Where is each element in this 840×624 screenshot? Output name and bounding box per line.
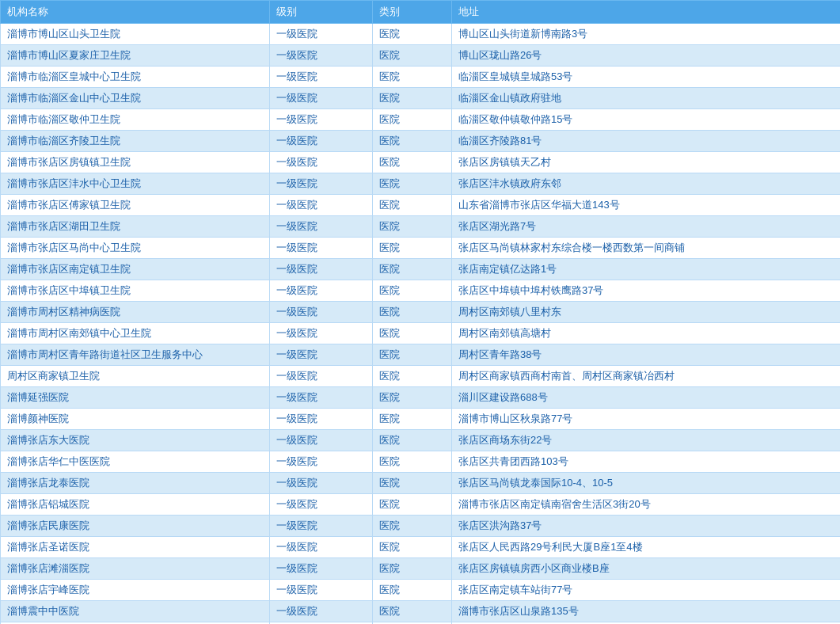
cell-level: 一级医院: [270, 516, 373, 537]
cell-type: 医院: [373, 409, 452, 430]
cell-name: 淄博市周村区青年路街道社区卫生服务中心: [1, 344, 270, 366]
cell-level: 一级医院: [270, 409, 373, 430]
cell-level: 一级医院: [270, 366, 373, 387]
cell-address: 临淄区敬仲镇敬仲路15号: [452, 109, 841, 131]
table-row: 淄博张店东大医院一级医院医院张店区商场东街22号: [1, 430, 841, 451]
table-row: 淄博市张店区湖田卫生院一级医院医院张店区湖光路7号: [1, 216, 841, 238]
cell-level: 一级医院: [270, 344, 373, 366]
cell-address: 张店区马尚镇龙泰国际10-4、10-5: [452, 473, 841, 494]
main-container: 机构名称 级别 类别 地址 淄博市博山区山头卫生院一级医院医院博山区山头街道新博…: [0, 0, 840, 624]
cell-type: 医院: [373, 473, 452, 494]
cell-address: 临淄区皇城镇皇城路53号: [452, 67, 841, 88]
cell-name: 淄博张店宇峰医院: [1, 580, 270, 601]
cell-name: 周村区商家镇卫生院: [1, 366, 270, 387]
cell-level: 一级医院: [270, 24, 373, 45]
cell-level: 一级医院: [270, 601, 373, 622]
cell-type: 医院: [373, 88, 452, 109]
table-row: 淄博颜神医院一级医院医院淄博市博山区秋泉路77号: [1, 409, 841, 430]
col-header-level: 级别: [270, 1, 373, 24]
cell-level: 一级医院: [270, 152, 373, 173]
table-row: 淄博市临淄区皇城中心卫生院一级医院医院临淄区皇城镇皇城路53号: [1, 67, 841, 88]
cell-address: 周村区商家镇西商村南首、周村区商家镇冶西村: [452, 366, 841, 387]
cell-name: 淄博市张店区中埠镇卫生院: [1, 280, 270, 302]
cell-name: 淄博市临淄区齐陵卫生院: [1, 131, 270, 152]
cell-name: 淄博市临淄区金山中心卫生院: [1, 88, 270, 109]
cell-level: 一级医院: [270, 430, 373, 451]
table-row: 淄博市周村区南郊镇中心卫生院一级医院医院周村区南郊镇高塘村: [1, 323, 841, 344]
col-header-type: 类别: [373, 1, 452, 24]
table-row: 淄博张店铝城医院一级医院医院淄博市张店区南定镇南宿舍生活区3街20号: [1, 494, 841, 516]
cell-type: 医院: [373, 67, 452, 88]
cell-type: 医院: [373, 366, 452, 387]
cell-level: 一级医院: [270, 323, 373, 344]
cell-type: 医院: [373, 387, 452, 409]
table-row: 淄博市张店区沣水中心卫生院一级医院医院张店区沣水镇政府东邻: [1, 173, 841, 195]
cell-address: 张店区南定镇车站街77号: [452, 580, 841, 601]
cell-level: 一级医院: [270, 67, 373, 88]
cell-type: 医院: [373, 131, 452, 152]
cell-address: 张店区人民西路29号利民大厦B座1至4楼: [452, 537, 841, 558]
cell-level: 一级医院: [270, 302, 373, 323]
table-body: 淄博市博山区山头卫生院一级医院医院博山区山头街道新博南路3号淄博市博山区夏家庄卫…: [1, 24, 841, 625]
cell-address: 周村区青年路38号: [452, 344, 841, 366]
cell-type: 医院: [373, 152, 452, 173]
col-header-name: 机构名称: [1, 1, 270, 24]
cell-name: 淄博颜神医院: [1, 409, 270, 430]
cell-type: 医院: [373, 516, 452, 537]
cell-address: 张店区湖光路7号: [452, 216, 841, 238]
cell-level: 一级医院: [270, 580, 373, 601]
table-row: 淄博市张店区马尚中心卫生院一级医院医院张店区马尚镇林家村东综合楼一楼西数第一间商…: [1, 238, 841, 259]
table-row: 淄博张店龙泰医院一级医院医院张店区马尚镇龙泰国际10-4、10-5: [1, 473, 841, 494]
table-row: 淄博市周村区青年路街道社区卫生服务中心一级医院医院周村区青年路38号: [1, 344, 841, 366]
table-row: 淄博张店滩淄医院一级医院医院张店区房镇镇房西小区商业楼B座: [1, 558, 841, 580]
cell-address: 博山区珑山路26号: [452, 45, 841, 67]
cell-type: 医院: [373, 430, 452, 451]
cell-address: 张店区沣水镇政府东邻: [452, 173, 841, 195]
cell-type: 医院: [373, 558, 452, 580]
cell-type: 医院: [373, 451, 452, 473]
cell-name: 淄博张店东大医院: [1, 430, 270, 451]
cell-name: 淄博延强医院: [1, 387, 270, 409]
cell-type: 医院: [373, 238, 452, 259]
cell-type: 医院: [373, 216, 452, 238]
cell-type: 医院: [373, 323, 452, 344]
cell-type: 医院: [373, 259, 452, 280]
cell-name: 淄博张店铝城医院: [1, 494, 270, 516]
cell-name: 淄博市张店区湖田卫生院: [1, 216, 270, 238]
cell-type: 医院: [373, 601, 452, 622]
hospital-table: 机构名称 级别 类别 地址 淄博市博山区山头卫生院一级医院医院博山区山头街道新博…: [0, 0, 840, 624]
cell-type: 医院: [373, 494, 452, 516]
cell-name: 淄博张店圣诺医院: [1, 537, 270, 558]
table-row: 淄博市周村区精神病医院一级医院医院周村区南郊镇八里村东: [1, 302, 841, 323]
cell-type: 医院: [373, 537, 452, 558]
cell-name: 淄博市张店区马尚中心卫生院: [1, 238, 270, 259]
cell-type: 医院: [373, 24, 452, 45]
cell-address: 淄博市张店区南定镇南宿舍生活区3街20号: [452, 494, 841, 516]
col-header-address: 地址: [452, 1, 841, 24]
cell-name: 淄博市张店区傅家镇卫生院: [1, 195, 270, 216]
table-row: 淄博市博山区山头卫生院一级医院医院博山区山头街道新博南路3号: [1, 24, 841, 45]
cell-address: 临淄区金山镇政府驻地: [452, 88, 841, 109]
cell-address: 淄博市张店区山泉路135号: [452, 601, 841, 622]
table-row: 淄博延强医院一级医院医院淄川区建设路688号: [1, 387, 841, 409]
cell-name: 淄博市张店区南定镇卫生院: [1, 259, 270, 280]
cell-name: 淄博市临淄区皇城中心卫生院: [1, 67, 270, 88]
cell-level: 一级医院: [270, 451, 373, 473]
table-row: 淄博市张店区南定镇卫生院一级医院医院张店南定镇亿达路1号: [1, 259, 841, 280]
table-row: 淄博市博山区夏家庄卫生院一级医院医院博山区珑山路26号: [1, 45, 841, 67]
table-row: 淄博张店民康医院一级医院医院张店区洪沟路37号: [1, 516, 841, 537]
cell-type: 医院: [373, 280, 452, 302]
cell-address: 周村区南郊镇高塘村: [452, 323, 841, 344]
header-row: 机构名称 级别 类别 地址: [1, 1, 841, 24]
cell-address: 张店区马尚镇林家村东综合楼一楼西数第一间商铺: [452, 238, 841, 259]
table-row: 淄博张店圣诺医院一级医院医院张店区人民西路29号利民大厦B座1至4楼: [1, 537, 841, 558]
cell-level: 一级医院: [270, 280, 373, 302]
cell-level: 一级医院: [270, 558, 373, 580]
cell-level: 一级医院: [270, 238, 373, 259]
cell-level: 一级医院: [270, 88, 373, 109]
table-row: 淄博张店华仁中医医院一级医院医院张店区共青团西路103号: [1, 451, 841, 473]
cell-address: 淄博市博山区秋泉路77号: [452, 409, 841, 430]
table-row: 周村区商家镇卫生院一级医院医院周村区商家镇西商村南首、周村区商家镇冶西村: [1, 366, 841, 387]
cell-address: 张店区商场东街22号: [452, 430, 841, 451]
cell-name: 淄博市博山区夏家庄卫生院: [1, 45, 270, 67]
